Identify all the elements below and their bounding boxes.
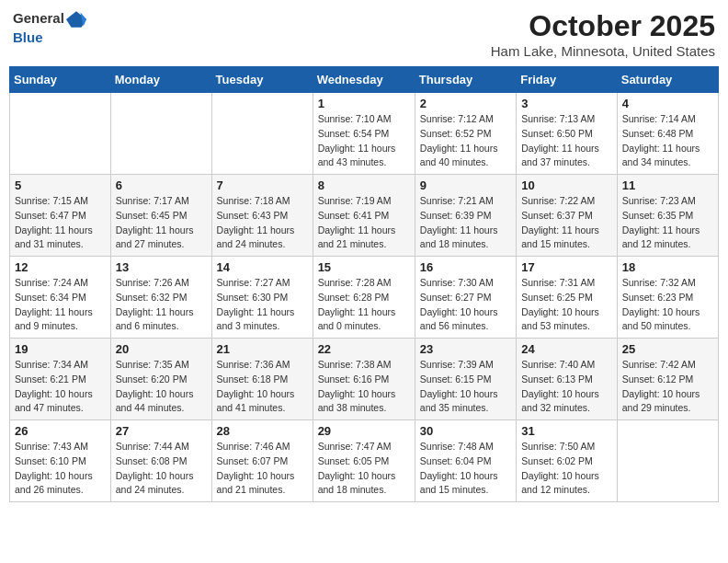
day-number: 5 [15, 178, 106, 192]
calendar-cell [10, 93, 111, 175]
day-number: 13 [116, 260, 207, 274]
logo: General Blue [13, 9, 86, 46]
logo-blue: Blue [13, 29, 43, 45]
day-info: Sunrise: 7:13 AMSunset: 6:50 PMDaylight:… [521, 112, 612, 170]
day-info: Sunrise: 7:15 AMSunset: 6:47 PMDaylight:… [15, 194, 106, 252]
day-number: 27 [116, 424, 207, 438]
weekday-header-thursday: Thursday [415, 67, 516, 93]
weekday-header-sunday: Sunday [10, 67, 111, 93]
day-info: Sunrise: 7:30 AMSunset: 6:27 PMDaylight:… [420, 276, 511, 334]
day-info: Sunrise: 7:18 AMSunset: 6:43 PMDaylight:… [217, 194, 308, 252]
calendar-cell: 28Sunrise: 7:46 AMSunset: 6:07 PMDayligh… [211, 420, 313, 502]
day-number: 17 [521, 260, 612, 274]
day-info: Sunrise: 7:28 AMSunset: 6:28 PMDaylight:… [318, 276, 410, 334]
calendar-cell: 14Sunrise: 7:27 AMSunset: 6:30 PMDayligh… [211, 257, 313, 339]
day-number: 25 [622, 342, 713, 356]
calendar-cell: 11Sunrise: 7:23 AMSunset: 6:35 PMDayligh… [617, 175, 718, 257]
day-info: Sunrise: 7:22 AMSunset: 6:37 PMDaylight:… [521, 194, 612, 252]
day-number: 1 [318, 97, 410, 110]
day-info: Sunrise: 7:40 AMSunset: 6:13 PMDaylight:… [521, 358, 612, 416]
calendar-cell: 26Sunrise: 7:43 AMSunset: 6:10 PMDayligh… [10, 420, 111, 502]
weekday-header-monday: Monday [110, 67, 211, 93]
day-number: 23 [420, 342, 511, 356]
day-number: 6 [116, 178, 207, 192]
calendar-cell: 24Sunrise: 7:40 AMSunset: 6:13 PMDayligh… [517, 339, 618, 420]
calendar-cell: 4Sunrise: 7:14 AMSunset: 6:48 PMDaylight… [617, 93, 718, 175]
day-info: Sunrise: 7:42 AMSunset: 6:12 PMDaylight:… [622, 358, 713, 416]
calendar-cell: 30Sunrise: 7:48 AMSunset: 6:04 PMDayligh… [415, 420, 516, 502]
weekday-header-friday: Friday [517, 67, 618, 93]
day-number: 20 [116, 342, 207, 356]
day-info: Sunrise: 7:38 AMSunset: 6:16 PMDaylight:… [318, 358, 410, 416]
day-info: Sunrise: 7:10 AMSunset: 6:54 PMDaylight:… [318, 112, 410, 170]
day-info: Sunrise: 7:14 AMSunset: 6:48 PMDaylight:… [622, 112, 713, 170]
calendar-cell: 7Sunrise: 7:18 AMSunset: 6:43 PMDaylight… [211, 175, 313, 257]
day-info: Sunrise: 7:32 AMSunset: 6:23 PMDaylight:… [622, 276, 713, 334]
day-info: Sunrise: 7:36 AMSunset: 6:18 PMDaylight:… [217, 358, 308, 416]
day-info: Sunrise: 7:39 AMSunset: 6:15 PMDaylight:… [420, 358, 511, 416]
day-info: Sunrise: 7:21 AMSunset: 6:39 PMDaylight:… [420, 194, 511, 252]
calendar-title: October 2025 [491, 9, 715, 43]
day-number: 8 [318, 178, 410, 192]
day-info: Sunrise: 7:17 AMSunset: 6:45 PMDaylight:… [116, 194, 207, 252]
calendar-cell: 13Sunrise: 7:26 AMSunset: 6:32 PMDayligh… [110, 257, 211, 339]
calendar-week-row: 5Sunrise: 7:15 AMSunset: 6:47 PMDaylight… [10, 175, 719, 257]
day-number: 2 [420, 97, 511, 110]
calendar-week-row: 26Sunrise: 7:43 AMSunset: 6:10 PMDayligh… [10, 420, 719, 502]
day-number: 9 [420, 178, 511, 192]
day-number: 10 [521, 178, 612, 192]
calendar-cell: 19Sunrise: 7:34 AMSunset: 6:21 PMDayligh… [10, 339, 111, 420]
calendar-cell [617, 420, 718, 502]
weekday-header-saturday: Saturday [617, 67, 718, 93]
day-info: Sunrise: 7:34 AMSunset: 6:21 PMDaylight:… [15, 358, 106, 416]
page-header: General Blue October 2025 Ham Lake, Minn… [9, 9, 719, 59]
calendar-cell [110, 93, 211, 175]
logo-text: General [13, 9, 86, 29]
day-info: Sunrise: 7:26 AMSunset: 6:32 PMDaylight:… [116, 276, 207, 334]
calendar-cell: 6Sunrise: 7:17 AMSunset: 6:45 PMDaylight… [110, 175, 211, 257]
day-number: 7 [217, 178, 308, 192]
calendar-cell: 12Sunrise: 7:24 AMSunset: 6:34 PMDayligh… [10, 257, 111, 339]
calendar-cell: 29Sunrise: 7:47 AMSunset: 6:05 PMDayligh… [313, 420, 415, 502]
calendar-week-row: 1Sunrise: 7:10 AMSunset: 6:54 PMDaylight… [10, 93, 719, 175]
weekday-header-wednesday: Wednesday [313, 67, 415, 93]
day-info: Sunrise: 7:46 AMSunset: 6:07 PMDaylight:… [217, 440, 308, 498]
day-number: 28 [217, 424, 308, 438]
calendar-cell: 20Sunrise: 7:35 AMSunset: 6:20 PMDayligh… [110, 339, 211, 420]
day-number: 31 [521, 424, 612, 438]
day-info: Sunrise: 7:31 AMSunset: 6:25 PMDaylight:… [521, 276, 612, 334]
calendar-cell: 9Sunrise: 7:21 AMSunset: 6:39 PMDaylight… [415, 175, 516, 257]
day-number: 22 [318, 342, 410, 356]
calendar-subtitle: Ham Lake, Minnesota, United States [491, 43, 715, 59]
logo-block: General Blue [13, 9, 86, 46]
calendar-cell: 2Sunrise: 7:12 AMSunset: 6:52 PMDaylight… [415, 93, 516, 175]
day-info: Sunrise: 7:50 AMSunset: 6:02 PMDaylight:… [521, 440, 612, 498]
calendar-week-row: 19Sunrise: 7:34 AMSunset: 6:21 PMDayligh… [10, 339, 719, 420]
calendar-cell: 18Sunrise: 7:32 AMSunset: 6:23 PMDayligh… [617, 257, 718, 339]
calendar-cell: 3Sunrise: 7:13 AMSunset: 6:50 PMDaylight… [517, 93, 618, 175]
day-info: Sunrise: 7:19 AMSunset: 6:41 PMDaylight:… [318, 194, 410, 252]
day-number: 19 [15, 342, 106, 356]
calendar-cell: 16Sunrise: 7:30 AMSunset: 6:27 PMDayligh… [415, 257, 516, 339]
logo-blue-text: Blue [13, 29, 86, 46]
day-number: 16 [420, 260, 511, 274]
day-number: 30 [420, 424, 511, 438]
day-info: Sunrise: 7:27 AMSunset: 6:30 PMDaylight:… [217, 276, 308, 334]
calendar-cell: 25Sunrise: 7:42 AMSunset: 6:12 PMDayligh… [617, 339, 718, 420]
calendar-cell: 10Sunrise: 7:22 AMSunset: 6:37 PMDayligh… [517, 175, 618, 257]
calendar-cell: 22Sunrise: 7:38 AMSunset: 6:16 PMDayligh… [313, 339, 415, 420]
weekday-header-tuesday: Tuesday [211, 67, 313, 93]
day-info: Sunrise: 7:44 AMSunset: 6:08 PMDaylight:… [116, 440, 207, 498]
day-info: Sunrise: 7:48 AMSunset: 6:04 PMDaylight:… [420, 440, 511, 498]
logo-icon [66, 9, 86, 29]
calendar-cell: 5Sunrise: 7:15 AMSunset: 6:47 PMDaylight… [10, 175, 111, 257]
calendar-cell: 1Sunrise: 7:10 AMSunset: 6:54 PMDaylight… [313, 93, 415, 175]
title-block: October 2025 Ham Lake, Minnesota, United… [491, 9, 715, 59]
day-number: 12 [15, 260, 106, 274]
calendar-cell: 15Sunrise: 7:28 AMSunset: 6:28 PMDayligh… [313, 257, 415, 339]
calendar-cell: 8Sunrise: 7:19 AMSunset: 6:41 PMDaylight… [313, 175, 415, 257]
calendar-cell: 27Sunrise: 7:44 AMSunset: 6:08 PMDayligh… [110, 420, 211, 502]
day-number: 4 [622, 97, 713, 110]
calendar-cell: 21Sunrise: 7:36 AMSunset: 6:18 PMDayligh… [211, 339, 313, 420]
calendar-cell: 31Sunrise: 7:50 AMSunset: 6:02 PMDayligh… [517, 420, 618, 502]
